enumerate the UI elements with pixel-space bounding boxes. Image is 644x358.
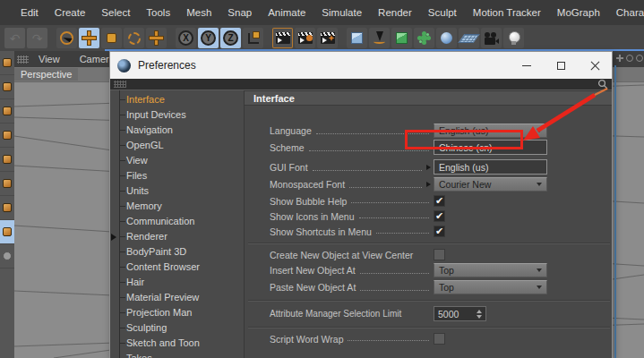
generator-icon[interactable] — [391, 28, 412, 48]
menu-tools[interactable]: Tools — [138, 7, 178, 18]
light-icon[interactable] — [503, 28, 524, 48]
floor-icon[interactable] — [459, 28, 479, 48]
sidebar-item-sculpting[interactable]: Sculpting — [110, 320, 244, 336]
sidebar-item-projection-man[interactable]: Projection Man — [110, 305, 244, 320]
sidebar-item-memory[interactable]: Memory — [110, 199, 244, 214]
close-button[interactable] — [578, 52, 612, 79]
sidebar-item-hair[interactable]: Hair — [110, 275, 244, 290]
left-toolbar-icon[interactable] — [0, 196, 14, 220]
last-tool-icon[interactable] — [146, 28, 167, 48]
sidebar-item-files[interactable]: Files — [110, 168, 244, 183]
paste-new-object-dropdown[interactable]: Top — [434, 280, 547, 294]
move-tool-icon[interactable] — [79, 28, 99, 48]
sidebar-item-sketch-and-toon[interactable]: Sketch and Toon — [110, 336, 244, 351]
menu-animate[interactable]: Animate — [260, 7, 313, 18]
maximize-icon — [557, 62, 565, 70]
maximize-button[interactable] — [544, 52, 578, 79]
viewport-view-label[interactable]: Perspective — [14, 68, 78, 81]
environment-icon[interactable] — [436, 28, 457, 48]
sidebar-item-material-preview[interactable]: Material Preview — [110, 290, 244, 305]
axis-lock-x-button[interactable]: X — [176, 28, 196, 48]
rotate-tool-icon[interactable] — [124, 28, 144, 48]
zoom-view-icon[interactable] — [626, 55, 633, 62]
axis-lock-z-button[interactable]: Z — [220, 28, 241, 48]
sidebar-item-navigation[interactable]: Navigation — [110, 123, 244, 138]
search-icon[interactable] — [597, 79, 608, 90]
viewport-left-toolbar — [0, 51, 14, 358]
sidebar-item-bodypaint-3d[interactable]: BodyPaint 3D — [110, 244, 244, 260]
camera-icon[interactable] — [481, 28, 502, 48]
sidebar-item-renderer[interactable]: Renderer — [110, 229, 244, 244]
show-icons-in-menu-checkbox[interactable] — [434, 210, 445, 222]
axis-lock-y-button[interactable]: Y — [198, 28, 219, 48]
dialog-title-bar[interactable]: Preferences — [110, 52, 612, 79]
sidebar-item-communication[interactable]: Communication — [110, 214, 244, 229]
sidebar-item-input-devices[interactable]: Input Devices — [110, 107, 244, 123]
render-to-picture-viewer-icon[interactable] — [295, 28, 315, 48]
menu-sculpt[interactable]: Sculpt — [420, 7, 465, 18]
left-toolbar-icon-active[interactable] — [0, 220, 14, 244]
chevron-down-icon — [537, 286, 542, 289]
render-settings-icon[interactable] — [317, 28, 338, 48]
deformer-icon[interactable] — [414, 28, 434, 48]
dialog-grip-icon[interactable] — [114, 81, 126, 88]
menu-simulate[interactable]: Simulate — [313, 7, 370, 18]
sidebar-item-interface[interactable]: Interface — [110, 92, 244, 107]
scale-tool-icon[interactable] — [101, 28, 122, 48]
viewport-menu-view[interactable]: View — [29, 54, 70, 64]
attribute-limit-row: Attribute Manager Selection Limit 5000 — [270, 306, 486, 321]
show-bubble-help-row: Show Bubble Help — [270, 195, 445, 207]
left-toolbar-icon[interactable] — [0, 99, 14, 124]
menu-render[interactable]: Render — [370, 7, 420, 18]
expand-arrow-icon[interactable] — [426, 182, 431, 187]
menu-mesh[interactable]: Mesh — [178, 7, 219, 18]
menu-character[interactable]: Character — [608, 7, 644, 18]
render-view-icon[interactable] — [272, 28, 293, 48]
left-toolbar-icon[interactable] — [0, 172, 14, 196]
add-cube-icon[interactable] — [347, 28, 367, 48]
expand-triangle-icon[interactable] — [111, 234, 116, 241]
show-shortcuts-in-menu-checkbox[interactable] — [434, 226, 445, 237]
language-dropdown[interactable]: English (us) — [434, 124, 547, 138]
menu-mograph[interactable]: MoGraph — [549, 7, 608, 18]
language-label: Language — [270, 125, 312, 136]
sidebar-item-takes[interactable]: Takes — [110, 351, 244, 358]
menu-snap[interactable]: Snap — [219, 7, 260, 18]
script-word-wrap-checkbox[interactable] — [434, 333, 445, 345]
pan-view-icon[interactable] — [616, 55, 623, 62]
chevron-down-icon — [537, 129, 542, 132]
show-bubble-help-checkbox[interactable] — [434, 195, 445, 207]
scheme-option-chinese[interactable]: Chinese (cn) — [434, 140, 547, 155]
left-toolbar-icon[interactable] — [0, 244, 14, 268]
preferences-sidebar: Interface Input Devices Navigation OpenG… — [110, 90, 245, 358]
attribute-limit-field[interactable]: 5000 — [434, 306, 486, 321]
menu-edit[interactable]: Edit — [13, 7, 47, 18]
redo-icon[interactable]: ↷ — [27, 28, 47, 48]
sidebar-item-view[interactable]: View — [110, 153, 244, 168]
create-new-object-checkbox[interactable] — [434, 249, 445, 260]
left-toolbar-icon[interactable] — [0, 124, 14, 148]
rotate-view-icon[interactable] — [636, 55, 643, 62]
coordinate-system-icon[interactable] — [243, 28, 263, 48]
live-selection-icon[interactable] — [56, 28, 77, 48]
panel-grip-icon[interactable] — [17, 55, 29, 64]
left-toolbar-icon[interactable] — [0, 75, 14, 99]
sidebar-item-opengl[interactable]: OpenGL — [110, 138, 244, 153]
right-viewport-border — [614, 65, 616, 358]
sidebar-item-units[interactable]: Units — [110, 183, 244, 199]
insert-new-object-dropdown[interactable]: Top — [434, 263, 547, 277]
dialog-toolbar-strip — [110, 79, 612, 90]
left-toolbar-icon[interactable] — [0, 51, 14, 75]
spinner-arrows-icon[interactable] — [477, 310, 482, 319]
gui-font-field[interactable]: English (us) — [434, 159, 547, 175]
minimize-button[interactable] — [510, 52, 544, 79]
left-toolbar-icon[interactable] — [0, 148, 14, 172]
undo-icon[interactable]: ↶ — [4, 28, 25, 48]
menu-select[interactable]: Select — [93, 7, 138, 18]
expand-arrow-icon[interactable] — [426, 165, 431, 170]
spline-pen-icon[interactable] — [369, 28, 390, 48]
sidebar-item-content-browser[interactable]: Content Browser — [110, 260, 244, 275]
monospaced-font-dropdown[interactable]: Courier New — [434, 177, 547, 192]
menu-motion-tracker[interactable]: Motion Tracker — [465, 7, 549, 18]
menu-create[interactable]: Create — [47, 7, 94, 18]
